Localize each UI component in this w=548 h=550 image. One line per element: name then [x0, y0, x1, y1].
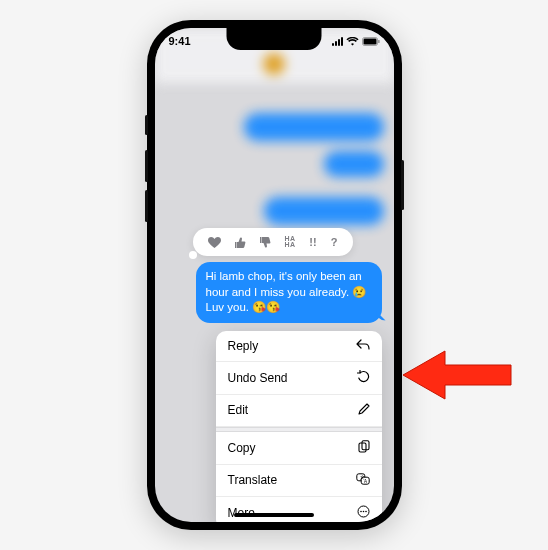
wifi-icon	[346, 37, 359, 46]
svg-text:A: A	[364, 478, 367, 483]
focus-layer: HAHA !! ? Hi lamb chop, it's only been a…	[155, 28, 394, 522]
tapback-thumbs-down-icon[interactable]	[260, 237, 271, 248]
svg-point-10	[360, 510, 362, 512]
power-button	[401, 160, 404, 210]
svg-point-12	[365, 510, 367, 512]
battery-icon	[362, 37, 380, 46]
volume-down-button	[145, 190, 148, 222]
reply-arrow-icon	[356, 339, 370, 353]
screen: 9:41	[155, 28, 394, 522]
cellular-signal-icon	[332, 37, 343, 46]
tapback-heart-icon[interactable]	[208, 237, 221, 248]
menu-item-more[interactable]: More...	[216, 497, 382, 522]
menu-item-translate[interactable]: Translate 文A	[216, 465, 382, 497]
svg-point-11	[362, 510, 364, 512]
context-menu: Reply Undo Send Edit	[216, 331, 382, 522]
callout-arrow-icon	[403, 345, 513, 409]
tapback-picker: HAHA !! ?	[193, 228, 353, 256]
menu-item-reply[interactable]: Reply	[216, 331, 382, 362]
tapback-thumbs-up-icon[interactable]	[235, 237, 246, 248]
menu-item-edit[interactable]: Edit	[216, 395, 382, 427]
status-time: 9:41	[169, 35, 191, 47]
menu-label: Reply	[228, 339, 259, 353]
tapback-exclaim-icon[interactable]: !!	[309, 236, 316, 248]
selected-message-bubble[interactable]: Hi lamb chop, it's only been an hour and…	[196, 262, 382, 323]
status-bar: 9:41	[155, 32, 394, 50]
tapback-question-icon[interactable]: ?	[331, 236, 338, 248]
home-indicator[interactable]	[234, 513, 314, 517]
tapback-haha-icon[interactable]: HAHA	[285, 236, 296, 248]
menu-label: Copy	[228, 441, 256, 455]
svg-marker-13	[403, 351, 511, 399]
iphone-device-frame: 9:41	[147, 20, 402, 530]
more-ellipsis-icon	[357, 505, 370, 521]
undo-icon	[357, 370, 370, 386]
volume-up-button	[145, 150, 148, 182]
svg-rect-2	[378, 40, 379, 43]
menu-item-copy[interactable]: Copy	[216, 432, 382, 465]
mute-switch	[145, 115, 148, 135]
pencil-icon	[358, 403, 370, 418]
menu-label: Edit	[228, 403, 249, 417]
message-text: Hi lamb chop, it's only been an hour and…	[206, 270, 367, 313]
menu-label: Undo Send	[228, 371, 288, 385]
translate-icon: 文A	[356, 473, 370, 488]
menu-item-undo-send[interactable]: Undo Send	[216, 362, 382, 395]
svg-rect-1	[363, 38, 376, 44]
menu-label: Translate	[228, 473, 278, 487]
copy-icon	[358, 440, 370, 456]
